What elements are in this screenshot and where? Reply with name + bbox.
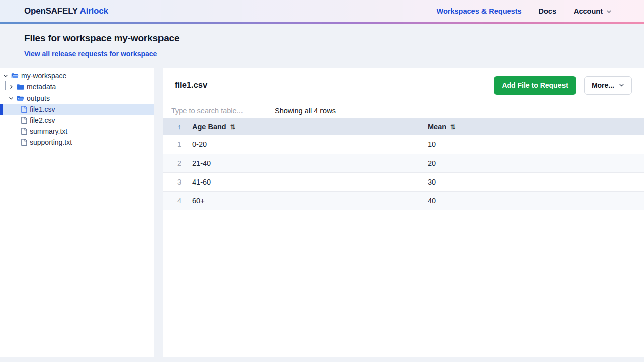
tree-item-label: supporting.txt <box>30 138 72 146</box>
sort-ascending-icon: ↑ <box>178 123 181 131</box>
file-icon <box>21 106 27 113</box>
folder-icon <box>17 84 24 90</box>
tree-item-label: summary.txt <box>30 127 67 135</box>
sort-icon: ⇅ <box>450 123 456 131</box>
tree-item-metadata[interactable]: metadata <box>0 81 154 93</box>
add-file-to-request-button[interactable]: Add File to Request <box>494 76 576 95</box>
tree-item-label: file1.csv <box>30 105 55 113</box>
table-row: 3 41-60 30 <box>163 172 644 191</box>
age-band-column-header[interactable]: Age Band⇅ <box>189 118 424 135</box>
folder-open-icon <box>17 95 24 102</box>
file-title: file1.csv <box>175 80 207 90</box>
file-icon <box>21 117 27 124</box>
tree-item-label: metadata <box>27 83 56 91</box>
view-release-requests-link[interactable]: View all release requests for workspace <box>24 50 157 58</box>
tree-item-my-workspace[interactable]: my-workspace <box>0 70 154 81</box>
tree-item-outputs[interactable]: outputs <box>0 93 154 104</box>
chevron-down-icon <box>619 82 624 88</box>
nav-links: Workspaces & Requests Docs Account <box>437 7 612 15</box>
row-number-cell: 4 <box>163 191 189 210</box>
row-number-cell: 3 <box>163 172 189 191</box>
age-band-cell: 60+ <box>189 191 424 210</box>
tree-item-file1-csv[interactable]: file1.csv <box>0 104 154 115</box>
mean-column-header[interactable]: Mean⇅ <box>424 118 644 135</box>
column-label: Age Band <box>192 123 226 131</box>
tree-item-label: my-workspace <box>21 72 66 80</box>
file-icon <box>21 139 27 146</box>
table-header-row: ↑ Age Band⇅ Mean⇅ <box>163 118 644 135</box>
more-menu-label: More... <box>592 81 614 89</box>
table-search-input[interactable] <box>171 107 275 115</box>
row-number-cell: 2 <box>163 154 189 172</box>
row-number-cell: 1 <box>163 135 189 154</box>
age-band-cell: 41-60 <box>189 172 424 191</box>
mean-cell: 40 <box>424 191 644 210</box>
row-number-column-header[interactable]: ↑ <box>163 118 189 135</box>
chevron-down-icon <box>8 96 14 101</box>
table-toolbar: Showing all 4 rows <box>163 103 644 118</box>
tree-guide-line <box>14 104 15 146</box>
page-header: Files for workspace my-workspace View al… <box>0 24 644 68</box>
tree-item-supporting-txt[interactable]: supporting.txt <box>0 137 154 148</box>
file-icon <box>21 128 27 135</box>
nav-account-menu[interactable]: Account <box>574 7 612 15</box>
chevron-right-icon <box>8 84 14 89</box>
file-tree-sidebar: my-workspace metadata outputs file <box>0 68 154 357</box>
mean-cell: 10 <box>424 135 644 154</box>
chevron-down-icon <box>2 73 9 78</box>
more-menu-button[interactable]: More... <box>584 76 632 95</box>
rows-status: Showing all 4 rows <box>275 107 336 115</box>
tree-item-summary-txt[interactable]: summary.txt <box>0 126 154 137</box>
file-detail-header: file1.csv Add File to Request More... <box>163 68 644 103</box>
tree-item-label: file2.csv <box>30 116 55 124</box>
top-navbar: OpenSAFELY Airlock Workspaces & Requests… <box>0 0 644 22</box>
tree-item-label: outputs <box>27 94 50 102</box>
nav-workspaces-requests-link[interactable]: Workspaces & Requests <box>437 7 522 15</box>
brand-logo[interactable]: OpenSAFELY Airlock <box>24 6 108 16</box>
column-label: Mean <box>428 123 446 131</box>
folder-open-icon <box>11 73 19 79</box>
brand-opensafely: OpenSAFELY <box>24 6 78 16</box>
data-table: ↑ Age Band⇅ Mean⇅ 1 0-20 10 2 21-40 20 3 <box>163 118 644 210</box>
nav-account-label: Account <box>574 7 603 15</box>
table-row: 4 60+ 40 <box>163 191 644 210</box>
tree-item-file2-csv[interactable]: file2.csv <box>0 115 154 126</box>
chevron-down-icon <box>606 9 612 14</box>
mean-cell: 30 <box>424 172 644 191</box>
page-title: Files for workspace my-workspace <box>24 33 620 44</box>
content-area: my-workspace metadata outputs file <box>0 68 644 357</box>
age-band-cell: 0-20 <box>189 135 424 154</box>
table-row: 2 21-40 20 <box>163 154 644 172</box>
sort-icon: ⇅ <box>230 123 236 131</box>
brand-airlock: Airlock <box>78 6 108 16</box>
mean-cell: 20 <box>424 154 644 172</box>
tree-guide-line <box>5 81 6 147</box>
file-detail-panel: file1.csv Add File to Request More... Sh… <box>163 68 644 357</box>
nav-docs-link[interactable]: Docs <box>539 7 556 15</box>
table-row: 1 0-20 10 <box>163 135 644 154</box>
file-actions: Add File to Request More... <box>494 76 632 95</box>
age-band-cell: 21-40 <box>189 154 424 172</box>
